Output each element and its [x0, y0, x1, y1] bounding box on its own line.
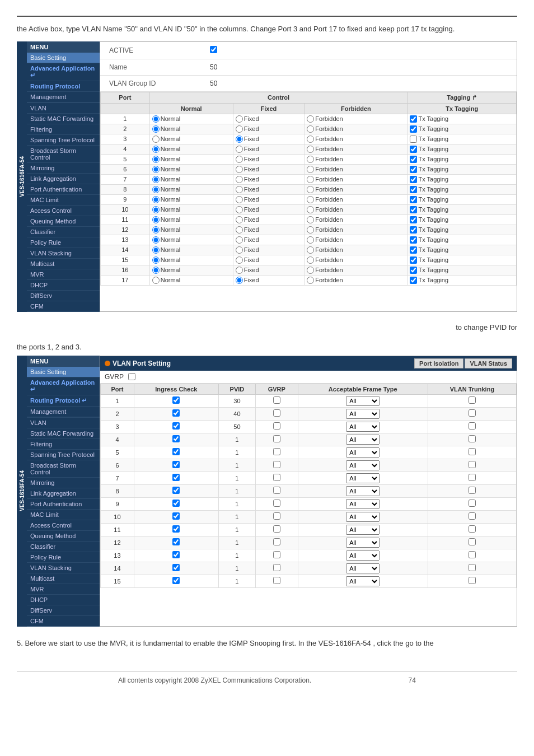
port-fixed-radio[interactable]: Fixed: [233, 214, 305, 225]
sidebar-mid-link-agg[interactable]: Link Aggregation: [27, 488, 100, 499]
port-fixed-radio[interactable]: Fixed: [233, 245, 305, 255]
vlan-trunking-check[interactable]: [428, 459, 516, 472]
port-forbidden-radio[interactable]: Forbidden: [305, 214, 407, 225]
sidebar-mid-routing[interactable]: Routing Protocol ↵: [27, 395, 100, 407]
port-fixed-radio[interactable]: Fixed: [233, 124, 305, 134]
frame-type-select[interactable]: All Tagged only Untagged only: [298, 446, 428, 459]
port-forbidden-radio[interactable]: Forbidden: [305, 154, 407, 164]
sidebar-item-routing[interactable]: Routing Protocol: [27, 81, 100, 92]
tab-vlan-status[interactable]: VLAN Status: [465, 358, 512, 368]
port-normal-radio[interactable]: Normal: [149, 275, 233, 285]
ingress-check[interactable]: [134, 394, 218, 407]
port-fixed-radio[interactable]: Fixed: [233, 225, 305, 235]
sidebar-mid-mgmt[interactable]: Management: [27, 407, 100, 417]
port-tagging-check[interactable]: Tx Tagging: [407, 265, 517, 275]
ingress-check[interactable]: [134, 497, 218, 510]
port-tagging-check[interactable]: Tx Tagging: [407, 214, 517, 225]
frame-type-select[interactable]: All Tagged only Untagged only: [298, 484, 428, 497]
port-fixed-radio[interactable]: Fixed: [233, 174, 305, 184]
frame-type-select[interactable]: All Tagged only Untagged only: [298, 523, 428, 536]
sidebar-item-mac-limit[interactable]: MAC Limit: [27, 195, 100, 206]
frame-type-select[interactable]: All Tagged only Untagged only: [298, 420, 428, 433]
vlan-trunking-check[interactable]: [428, 420, 516, 433]
gvrp-check[interactable]: [255, 472, 298, 484]
gvrp-check[interactable]: [255, 459, 298, 472]
sidebar-mid-static-mac[interactable]: Static MAC Forwarding: [27, 428, 100, 439]
port-fixed-radio[interactable]: Fixed: [233, 134, 305, 144]
vlan-trunking-check[interactable]: [428, 536, 516, 549]
sidebar-item-classifier[interactable]: Classifier: [27, 227, 100, 237]
frame-type-select[interactable]: All Tagged only Untagged only: [298, 549, 428, 562]
sidebar-mid-dhcp[interactable]: DHCP: [27, 595, 100, 605]
gvrp-check[interactable]: [255, 549, 298, 562]
gvrp-check[interactable]: [255, 575, 298, 587]
gvrp-check[interactable]: [255, 433, 298, 446]
sidebar-item-diffserv[interactable]: DiffServ: [27, 291, 100, 301]
ingress-check[interactable]: [134, 420, 218, 433]
sidebar-mid-policy[interactable]: Policy Rule: [27, 552, 100, 563]
port-tagging-check[interactable]: Tx Tagging: [407, 114, 517, 124]
vlan-trunking-check[interactable]: [428, 484, 516, 497]
port-forbidden-radio[interactable]: Forbidden: [305, 114, 407, 124]
port-normal-radio[interactable]: Normal: [149, 255, 233, 265]
port-tagging-check[interactable]: Tx Tagging: [407, 194, 517, 204]
sidebar-mid-queuing[interactable]: Queuing Method: [27, 531, 100, 542]
port-normal-radio[interactable]: Normal: [149, 204, 233, 214]
gvrp-check[interactable]: [255, 394, 298, 407]
sidebar-item-static-mac[interactable]: Static MAC Forwarding: [27, 114, 100, 124]
port-forbidden-radio[interactable]: Forbidden: [305, 134, 407, 144]
sidebar-mid-filtering[interactable]: Filtering: [27, 439, 100, 450]
active-checkbox[interactable]: [210, 46, 217, 53]
frame-type-select[interactable]: All Tagged only Untagged only: [298, 536, 428, 549]
sidebar-item-port-auth[interactable]: Port Authentication: [27, 184, 100, 195]
gvrp-check[interactable]: [255, 510, 298, 523]
gvrp-checkbox[interactable]: [128, 373, 135, 380]
gvrp-check[interactable]: [255, 562, 298, 575]
sidebar-item-mvr[interactable]: MVR: [27, 269, 100, 280]
sidebar-mid-broadcast[interactable]: Broadcast Storm Control: [27, 460, 100, 478]
port-normal-radio[interactable]: Normal: [149, 245, 233, 255]
sidebar-mid-cfm[interactable]: CFM: [27, 616, 100, 627]
sidebar-item-mirroring[interactable]: Mirroring: [27, 163, 100, 174]
port-tagging-check[interactable]: Tx Tagging: [407, 134, 517, 144]
port-forbidden-radio[interactable]: Forbidden: [305, 225, 407, 235]
vlan-trunking-check[interactable]: [428, 510, 516, 523]
port-normal-radio[interactable]: Normal: [149, 134, 233, 144]
sidebar-item-dhcp[interactable]: DHCP: [27, 280, 100, 291]
port-fixed-radio[interactable]: Fixed: [233, 255, 305, 265]
port-forbidden-radio[interactable]: Forbidden: [305, 174, 407, 184]
sidebar-item-spanning[interactable]: Spanning Tree Protocol: [27, 135, 100, 146]
vlan-trunking-check[interactable]: [428, 433, 516, 446]
port-tagging-check[interactable]: Tx Tagging: [407, 164, 517, 174]
vlan-trunking-check[interactable]: [428, 523, 516, 536]
port-normal-radio[interactable]: Normal: [149, 184, 233, 194]
port-tagging-check[interactable]: Tx Tagging: [407, 275, 517, 285]
port-tagging-check[interactable]: Tx Tagging: [407, 235, 517, 245]
port-normal-radio[interactable]: Normal: [149, 144, 233, 154]
port-tagging-check[interactable]: Tx Tagging: [407, 144, 517, 154]
sidebar-mid-mirroring[interactable]: Mirroring: [27, 478, 100, 488]
gvrp-check[interactable]: [255, 420, 298, 433]
port-normal-radio[interactable]: Normal: [149, 235, 233, 245]
vlan-trunking-check[interactable]: [428, 472, 516, 484]
frame-type-select[interactable]: All Tagged only Untagged only: [298, 472, 428, 484]
vlan-trunking-check[interactable]: [428, 497, 516, 510]
port-fixed-radio[interactable]: Fixed: [233, 235, 305, 245]
ingress-check[interactable]: [134, 446, 218, 459]
ingress-check[interactable]: [134, 562, 218, 575]
port-forbidden-radio[interactable]: Forbidden: [305, 255, 407, 265]
vlan-trunking-check[interactable]: [428, 407, 516, 420]
port-normal-radio[interactable]: Normal: [149, 265, 233, 275]
port-normal-radio[interactable]: Normal: [149, 194, 233, 204]
port-normal-radio[interactable]: Normal: [149, 124, 233, 134]
sidebar-mid-vlan[interactable]: VLAN: [27, 418, 100, 428]
frame-type-select[interactable]: All Tagged only Untagged only: [298, 497, 428, 510]
port-forbidden-radio[interactable]: Forbidden: [305, 124, 407, 134]
sidebar-mid-basic[interactable]: Basic Setting: [27, 367, 100, 377]
port-fixed-radio[interactable]: Fixed: [233, 164, 305, 174]
port-forbidden-radio[interactable]: Forbidden: [305, 204, 407, 214]
sidebar-item-multicast[interactable]: Multicast: [27, 259, 100, 269]
frame-type-select[interactable]: All Tagged only Untagged only: [298, 433, 428, 446]
vlan-trunking-check[interactable]: [428, 575, 516, 587]
port-normal-radio[interactable]: Normal: [149, 154, 233, 164]
